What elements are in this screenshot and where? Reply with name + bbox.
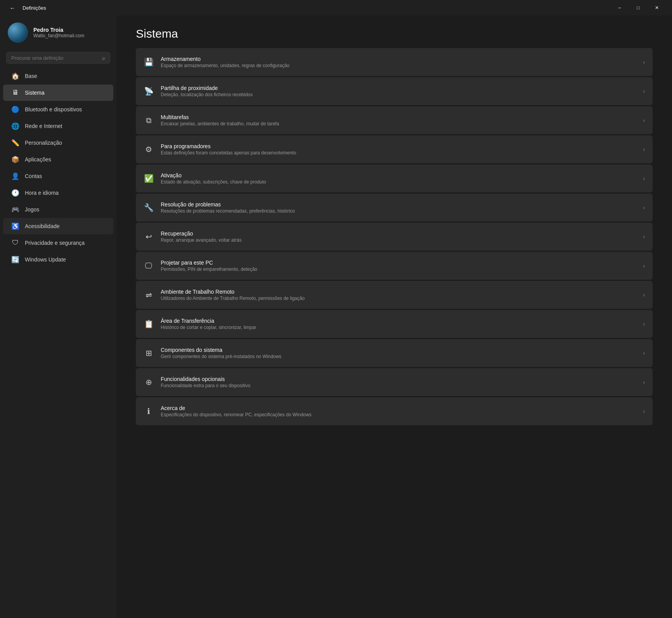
resolucao-desc: Resoluções de problemas recomendadas, pr…	[161, 208, 636, 214]
privacidade-icon: 🛡	[11, 239, 19, 247]
ativacao-icon: ✅	[144, 173, 154, 183]
multitarefas-icon: ⧉	[144, 115, 154, 125]
sidebar-item-label-bluetooth: Bluetooth e dispositivos	[25, 106, 82, 113]
sidebar-item-label-privacidade: Privacidade e segurança	[25, 240, 85, 246]
settings-item-projetar[interactable]: 🖵Projetar para este PCPermissões, PIN de…	[136, 252, 653, 280]
armazenamento-desc: Espaço de armazenamento, unidades, regra…	[161, 63, 636, 68]
armazenamento-text: ArmazenamentoEspaço de armazenamento, un…	[161, 56, 636, 68]
sidebar-item-rede[interactable]: 🌐Rede e Internet	[3, 118, 113, 134]
transferencia-icon: 📋	[144, 319, 154, 329]
sidebar-item-label-hora: Hora e idioma	[25, 190, 59, 196]
sidebar-item-label-windows_update: Windows Update	[25, 256, 66, 263]
projetar-text: Projetar para este PCPermissões, PIN de …	[161, 260, 636, 272]
settings-item-programadores[interactable]: ⚙Para programadoresEstas definições fora…	[136, 135, 653, 163]
user-info: Pedro Troia Watto_fan@hotmail.com	[33, 27, 84, 38]
componentes-icon: ⊞	[144, 348, 154, 358]
close-button[interactable]: ✕	[648, 2, 666, 14]
rede-icon: 🌐	[11, 122, 19, 130]
recuperacao-title: Recuperação	[161, 230, 636, 237]
minimize-button[interactable]: –	[611, 2, 629, 14]
search-input[interactable]	[11, 55, 99, 61]
sidebar-item-label-personalizacao: Personalização	[25, 140, 62, 146]
windows_update-icon: 🔄	[11, 255, 19, 264]
programadores-chevron: ›	[643, 146, 645, 152]
sidebar-item-sistema[interactable]: 🖥Sistema	[3, 85, 113, 101]
back-button[interactable]: ←	[6, 2, 19, 14]
settings-item-armazenamento[interactable]: 💾ArmazenamentoEspaço de armazenamento, u…	[136, 48, 653, 76]
hora-icon: 🕐	[11, 189, 19, 197]
settings-item-partilha[interactable]: 📡Partilha de proximidadeDeteção, localiz…	[136, 77, 653, 105]
sidebar: Pedro Troia Watto_fan@hotmail.com ⌕ 🏠Bas…	[0, 16, 116, 618]
resolucao-icon: 🔧	[144, 203, 154, 213]
sidebar-item-label-aplicacoes: Aplicações	[25, 156, 51, 163]
trabalho_remoto-title: Ambiente de Trabalho Remoto	[161, 289, 636, 295]
funcionalidades-chevron: ›	[643, 379, 645, 385]
sistema-icon: 🖥	[11, 88, 19, 97]
recuperacao-chevron: ›	[643, 234, 645, 240]
bluetooth-icon: 🔵	[11, 105, 19, 114]
settings-item-resolucao[interactable]: 🔧Resolução de problemasResoluções de pro…	[136, 194, 653, 222]
main-content: Sistema 💾ArmazenamentoEspaço de armazena…	[116, 16, 672, 618]
sidebar-item-contas[interactable]: 👤Contas	[3, 168, 113, 184]
settings-item-trabalho_remoto[interactable]: ⇌Ambiente de Trabalho RemotoUtilizadores…	[136, 281, 653, 309]
trabalho_remoto-icon: ⇌	[144, 290, 154, 300]
base-icon: 🏠	[11, 72, 19, 80]
partilha-text: Partilha de proximidadeDeteção, localiza…	[161, 85, 636, 97]
sidebar-item-aplicacoes[interactable]: 📦Aplicações	[3, 151, 113, 168]
settings-item-componentes[interactable]: ⊞Componentes do sistemaGerir componentes…	[136, 339, 653, 367]
projetar-desc: Permissões, PIN de emparelhamento, deteç…	[161, 267, 636, 272]
sidebar-item-jogos[interactable]: 🎮Jogos	[3, 201, 113, 218]
sidebar-item-hora[interactable]: 🕐Hora e idioma	[3, 185, 113, 201]
acerca-desc: Especificações do dispositivo, renomear …	[161, 412, 636, 417]
funcionalidades-desc: Funcionalidade extra para o seu disposit…	[161, 383, 636, 388]
settings-item-recuperacao[interactable]: ↩RecuperaçãoRepor, arranque avançado, vo…	[136, 223, 653, 251]
resolucao-title: Resolução de problemas	[161, 201, 636, 208]
sidebar-item-acessibilidade[interactable]: ♿Acessibilidade	[3, 218, 113, 234]
settings-item-multitarefas[interactable]: ⧉MultitarefasEncaixar janelas, ambientes…	[136, 106, 653, 134]
maximize-button[interactable]: □	[629, 2, 647, 14]
componentes-desc: Gerir componentes do sistema pré-instala…	[161, 354, 636, 359]
sidebar-item-bluetooth[interactable]: 🔵Bluetooth e dispositivos	[3, 101, 113, 118]
jogos-icon: 🎮	[11, 205, 19, 214]
transferencia-chevron: ›	[643, 321, 645, 327]
sidebar-item-label-base: Base	[25, 73, 37, 79]
trabalho_remoto-text: Ambiente de Trabalho RemotoUtilizadores …	[161, 289, 636, 301]
search-box[interactable]: ⌕	[6, 52, 110, 64]
settings-item-ativacao[interactable]: ✅AtivaçãoEstado de ativação, subscrições…	[136, 164, 653, 192]
programadores-title: Para programadores	[161, 143, 636, 149]
settings-item-funcionalidades[interactable]: ⊕Funcionalidades opcionaisFuncionalidade…	[136, 368, 653, 396]
funcionalidades-icon: ⊕	[144, 377, 154, 387]
partilha-icon: 📡	[144, 86, 154, 96]
armazenamento-title: Armazenamento	[161, 56, 636, 62]
recuperacao-text: RecuperaçãoRepor, arranque avançado, vol…	[161, 230, 636, 243]
contas-icon: 👤	[11, 172, 19, 180]
title-bar: ← Definições – □ ✕	[0, 0, 672, 16]
transferencia-title: Área de Transferência	[161, 318, 636, 324]
ativacao-desc: Estado de ativação, subscrições, chave d…	[161, 179, 636, 185]
settings-item-acerca[interactable]: ℹAcerca deEspecificações do dispositivo,…	[136, 397, 653, 425]
app-body: Pedro Troia Watto_fan@hotmail.com ⌕ 🏠Bas…	[0, 16, 672, 618]
sidebar-item-privacidade[interactable]: 🛡Privacidade e segurança	[3, 235, 113, 251]
transferencia-desc: Histórico de cortar e copiar, sincroniza…	[161, 325, 636, 330]
acerca-title: Acerca de	[161, 405, 636, 411]
ativacao-title: Ativação	[161, 172, 636, 178]
programadores-desc: Estas definições foram concebidas apenas…	[161, 150, 636, 156]
acerca-chevron: ›	[643, 408, 645, 414]
funcionalidades-text: Funcionalidades opcionaisFuncionalidade …	[161, 376, 636, 388]
sidebar-item-label-contas: Contas	[25, 173, 42, 179]
acessibilidade-icon: ♿	[11, 222, 19, 230]
programadores-icon: ⚙	[144, 144, 154, 154]
recuperacao-desc: Repor, arranque avançado, voltar atrás	[161, 237, 636, 243]
sidebar-item-windows_update[interactable]: 🔄Windows Update	[3, 251, 113, 268]
settings-item-transferencia[interactable]: 📋Área de TransferênciaHistórico de corta…	[136, 310, 653, 338]
sidebar-item-base[interactable]: 🏠Base	[3, 68, 113, 84]
personalizacao-icon: ✏️	[11, 138, 19, 147]
sidebar-item-personalizacao[interactable]: ✏️Personalização	[3, 135, 113, 151]
user-email: Watto_fan@hotmail.com	[33, 33, 84, 38]
partilha-title: Partilha de proximidade	[161, 85, 636, 91]
user-section[interactable]: Pedro Troia Watto_fan@hotmail.com	[0, 16, 116, 50]
aplicacoes-icon: 📦	[11, 155, 19, 164]
ativacao-chevron: ›	[643, 175, 645, 182]
ativacao-text: AtivaçãoEstado de ativação, subscrições,…	[161, 172, 636, 185]
settings-list: 💾ArmazenamentoEspaço de armazenamento, u…	[136, 48, 653, 425]
